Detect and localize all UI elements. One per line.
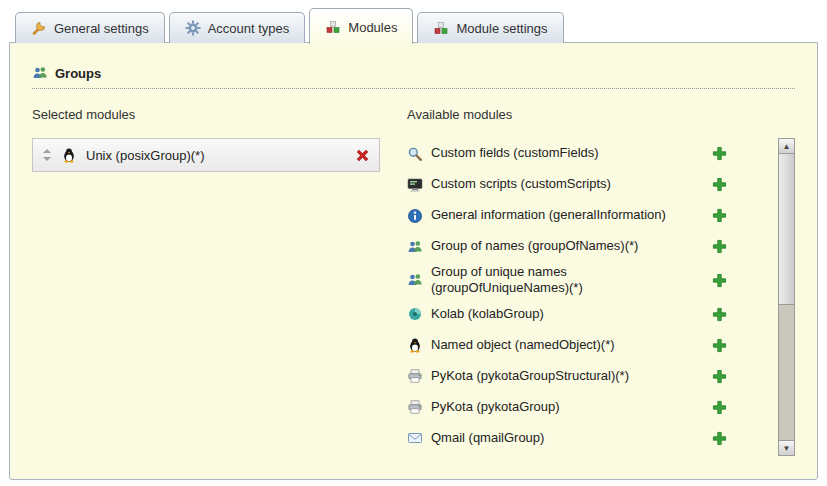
add-module-button[interactable] [711,337,727,353]
available-module-label: General information (generalInformation) [431,207,703,223]
magnifier-icon [407,146,423,162]
available-module-row: PyKota (pykotaGroup) [407,392,778,423]
tab-account-types[interactable]: Account types [169,12,306,43]
available-module-label: PyKota (pykotaGroupStructural)(*) [431,368,703,384]
printer-icon [407,399,423,415]
available-module-row: Group of unique names (groupOfUniqueName… [407,262,778,299]
selected-module-label: Unix (posixGroup)(*) [86,148,345,163]
add-module-button[interactable] [711,239,727,255]
scroll-up-button[interactable]: ▲ [778,138,795,154]
info-icon [407,208,423,224]
tab-module-settings[interactable]: Module settings [417,12,563,43]
available-module-label: Named object (namedObject)(*) [431,337,703,353]
available-module-row: PyKota (pykotaGroupStructural)(*) [407,361,778,392]
available-module-row: Kolab (kolabGroup) [407,299,778,330]
scrollbar-thumb[interactable] [778,153,795,305]
modules-panel: Groups Selected modules Unix (posixGroup… [9,42,818,480]
group-icon [407,239,423,255]
tab-label: General settings [54,21,149,36]
tab-modules[interactable]: Modules [309,8,413,44]
tab-label: Module settings [456,21,547,36]
scrollbar[interactable]: ▲ ▼ [778,138,795,456]
add-module-button[interactable] [711,430,727,446]
available-modules-heading: Available modules [407,107,795,122]
available-module-row: General information (generalInformation) [407,200,778,231]
modules-icon [433,20,449,36]
selected-modules-list: Unix (posixGroup)(*) [32,138,407,172]
available-modules-list: Custom fields (customFields)Custom scrip… [407,138,778,456]
available-module-label: Custom fields (customFields) [431,145,703,161]
printer-icon [407,368,423,384]
available-module-label: Group of unique names (groupOfUniqueName… [431,264,703,297]
script-icon [407,177,423,193]
gear-icon [185,20,201,36]
available-module-row: Qmail (qmailGroup) [407,423,778,454]
section-header: Groups [32,65,795,89]
groups-icon [32,65,48,81]
available-module-label: Custom scripts (customScripts) [431,176,703,192]
kolab-icon [407,306,423,322]
tab-label: Modules [348,20,397,35]
available-module-row: Group of names (groupOfNames)(*) [407,231,778,262]
tab-bar: General settings Account types Modules M… [15,8,818,43]
add-module-button[interactable] [711,208,727,224]
mail-icon [407,430,423,446]
modules-icon [325,19,341,35]
add-module-button[interactable] [711,306,727,322]
selected-modules-column: Selected modules Unix (posixGroup)(*) [32,107,407,456]
tux-icon [61,147,77,163]
available-module-label: PyKota (pykotaGroup) [431,399,703,415]
available-module-row: Custom fields (customFields) [407,138,778,169]
tab-label: Account types [208,21,290,36]
drag-handle-icon[interactable] [42,147,52,163]
scrollbar-track[interactable] [779,153,794,440]
add-module-button[interactable] [711,177,727,193]
tab-general-settings[interactable]: General settings [15,12,165,43]
section-title: Groups [55,66,101,81]
selected-module-row[interactable]: Unix (posixGroup)(*) [32,138,380,172]
add-module-button[interactable] [711,146,727,162]
modules-columns: Selected modules Unix (posixGroup)(*) Av… [32,107,795,456]
available-module-row: Custom scripts (customScripts) [407,169,778,200]
lam-configuration-page: General settings Account types Modules M… [0,0,827,480]
add-module-button[interactable] [711,399,727,415]
available-modules-column: Available modules Custom fields (customF… [407,107,795,456]
available-modules-area: Custom fields (customFields)Custom scrip… [407,138,795,456]
available-module-label: Qmail (qmailGroup) [431,430,703,446]
scroll-down-button[interactable]: ▼ [778,440,795,456]
tux-icon [407,337,423,353]
available-module-row: Named object (namedObject)(*) [407,330,778,361]
available-module-label: Kolab (kolabGroup) [431,306,703,322]
remove-module-button[interactable] [354,147,370,163]
group-icon [407,272,423,288]
selected-modules-heading: Selected modules [32,107,407,122]
wrench-icon [31,20,47,36]
add-module-button[interactable] [711,272,727,288]
add-module-button[interactable] [711,368,727,384]
available-module-label: Group of names (groupOfNames)(*) [431,238,703,254]
